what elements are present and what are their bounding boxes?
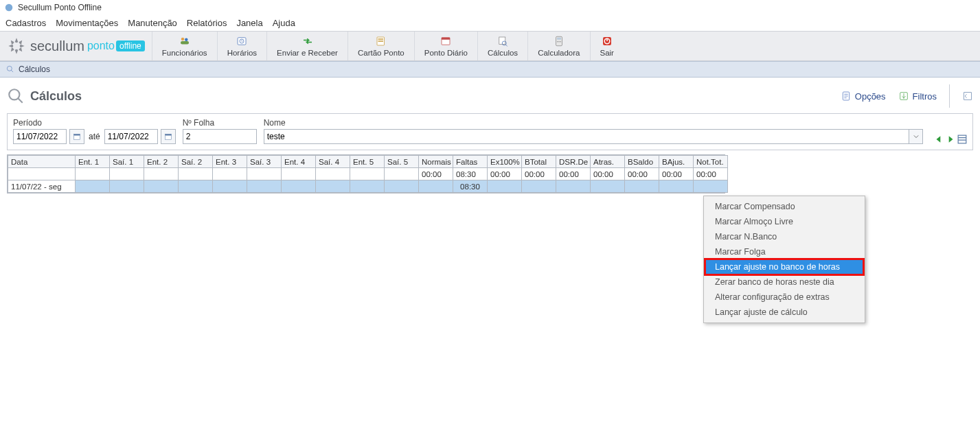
toolbar-enviar-receber[interactable]: Enviar e Receber: [266, 32, 347, 60]
grid-total-cell: 00:00: [522, 168, 556, 180]
grid-header-cell[interactable]: Ent. 2: [144, 156, 179, 168]
toolbar-label: Cálculos: [488, 49, 518, 57]
grid-data-row[interactable]: 11/07/22 - seg08:30: [8, 180, 728, 193]
grid-cell[interactable]: [694, 180, 728, 193]
grid-header-cell[interactable]: Atras.: [591, 156, 625, 168]
page-actions: Opções Filtros: [841, 84, 973, 108]
grid-header-cell[interactable]: Normais: [419, 156, 453, 168]
people-icon: [179, 35, 191, 47]
menu-ajuda[interactable]: Ajuda: [273, 18, 295, 28]
grid-header-cell[interactable]: Faltas: [453, 156, 488, 168]
grid-cell[interactable]: 08:30: [453, 180, 488, 193]
svg-point-17: [560, 41, 561, 43]
grid-cell[interactable]: [419, 180, 453, 193]
grid-header-cell[interactable]: BTotal: [522, 156, 556, 168]
grid-cell[interactable]: [247, 180, 282, 193]
grid-header-cell[interactable]: BSaldo: [625, 156, 659, 168]
nfolha-input[interactable]: [183, 129, 257, 144]
grid-total-cell: [247, 168, 282, 180]
toolbar-label: Enviar e Receber: [277, 49, 338, 57]
calendar-icon: [73, 132, 81, 141]
grid-total-cell: 00:00: [694, 168, 728, 180]
grid-cell[interactable]: [350, 180, 385, 193]
opcoes-button[interactable]: Opções: [841, 91, 886, 102]
calculos-grid: DataEnt. 1Saí. 1Ent. 2Saí. 2Ent. 3Saí. 3…: [7, 154, 725, 193]
toolbar-sair[interactable]: Sair: [590, 32, 624, 60]
svg-rect-8: [378, 40, 383, 42]
date-from-picker[interactable]: [69, 129, 84, 144]
filtros-button[interactable]: Filtros: [898, 91, 937, 102]
grid-header-cell[interactable]: Data: [8, 156, 76, 168]
grid-header-row: DataEnt. 1Saí. 1Ent. 2Saí. 2Ent. 3Saí. 3…: [8, 156, 728, 168]
grid-header-cell[interactable]: Saí. 1: [110, 156, 144, 168]
svg-point-21: [9, 89, 19, 99]
grid-header-cell[interactable]: Saí. 2: [179, 156, 213, 168]
grid-total-cell: 00:00: [419, 168, 453, 180]
toolbar-cartao-ponto[interactable]: Cartão Ponto: [347, 32, 414, 60]
grid-cell[interactable]: [556, 180, 591, 193]
date-from-input[interactable]: [13, 129, 67, 144]
toolbar-label: Calculadora: [538, 49, 580, 57]
grid-cell[interactable]: [316, 180, 350, 193]
grid-total-cell: 00:00: [591, 168, 625, 180]
options-icon: [841, 91, 852, 102]
toolbar-horarios[interactable]: Horários: [217, 32, 266, 60]
svg-rect-28: [165, 134, 171, 136]
grid-header-cell[interactable]: Saí. 4: [316, 156, 350, 168]
menu-manutencao[interactable]: Manutenção: [128, 18, 177, 28]
grid-cell[interactable]: [385, 180, 419, 193]
menu-movimentacoes[interactable]: Movimentações: [56, 18, 118, 28]
grid-cell[interactable]: [522, 180, 556, 193]
menu-relatorios[interactable]: Relatórios: [187, 18, 227, 28]
svg-rect-10: [442, 38, 450, 40]
svg-rect-7: [378, 38, 383, 40]
grid-header-cell[interactable]: DSR.De: [556, 156, 591, 168]
grid-header-cell[interactable]: Ent. 3: [213, 156, 247, 168]
grid-cell[interactable]: [179, 180, 213, 193]
panel-toggle-icon[interactable]: [962, 91, 973, 102]
grid-cell[interactable]: [282, 180, 316, 193]
grid-cell[interactable]: 11/07/22 - seg: [8, 180, 76, 193]
next-record-icon[interactable]: [946, 134, 955, 144]
tab-calculos[interactable]: Cálculos: [19, 64, 50, 74]
tab-icon: [5, 64, 15, 74]
grid-total-cell: [8, 168, 76, 180]
grid-cell[interactable]: [488, 180, 522, 193]
toolbar-funcionarios[interactable]: Funcionários: [152, 32, 217, 60]
grid-header-cell[interactable]: BAjus.: [659, 156, 694, 168]
grid-total-cell: [350, 168, 385, 180]
grid-totals-row: 00:0008:3000:0000:0000:0000:0000:0000:00…: [8, 168, 728, 180]
grid-cell[interactable]: [625, 180, 659, 193]
grid-cell[interactable]: [659, 180, 694, 193]
grid-header-cell[interactable]: Ex100%: [488, 156, 522, 168]
grid-header-cell[interactable]: Ent. 4: [282, 156, 316, 168]
grid-cell[interactable]: [144, 180, 179, 193]
window-titlebar: Secullum Ponto Offline: [0, 0, 980, 15]
grid-cell[interactable]: [591, 180, 625, 193]
prev-record-icon[interactable]: [934, 134, 944, 144]
grid-header-cell[interactable]: Ent. 5: [350, 156, 385, 168]
grid-total-cell: 00:00: [556, 168, 591, 180]
grid-cell[interactable]: [110, 180, 144, 193]
menu-janela[interactable]: Janela: [236, 18, 262, 28]
date-to-picker[interactable]: [161, 129, 176, 144]
window-title: Secullum Ponto Offline: [18, 3, 102, 12]
magnifier-icon: [7, 87, 25, 105]
date-to-input[interactable]: [104, 129, 158, 144]
grid-header-cell[interactable]: Saí. 3: [247, 156, 282, 168]
grid-cell[interactable]: [76, 180, 110, 193]
toolbar-calculos[interactable]: Cálculos: [477, 32, 527, 60]
toolbar-ponto-diario[interactable]: Ponto Diário: [414, 32, 477, 60]
tab-bar: Cálculos: [0, 61, 980, 78]
nome-dropdown[interactable]: [909, 129, 923, 144]
menu-cadastros[interactable]: Cadastros: [5, 18, 46, 28]
svg-rect-14: [557, 38, 561, 40]
grid-options-icon[interactable]: [957, 134, 967, 144]
nome-input[interactable]: [264, 129, 909, 144]
grid-header-cell[interactable]: Not.Tot.: [694, 156, 728, 168]
grid-total-cell: 00:00: [488, 168, 522, 180]
toolbar-calculadora[interactable]: Calculadora: [527, 32, 589, 60]
grid-cell[interactable]: [213, 180, 247, 193]
grid-header-cell[interactable]: Ent. 1: [76, 156, 110, 168]
grid-header-cell[interactable]: Saí. 5: [385, 156, 419, 168]
